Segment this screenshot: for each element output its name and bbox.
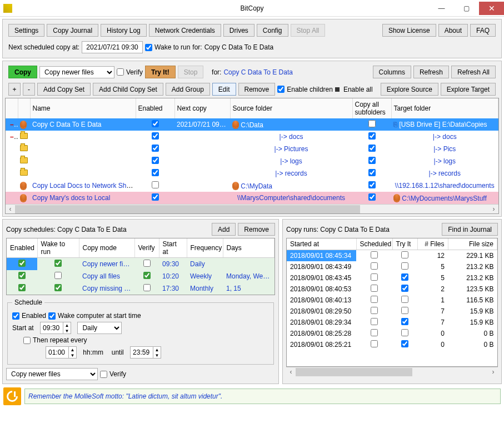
tree-row[interactable]: – Copy C Data To E Data 2021/07/21 09:30… [6,118,498,131]
enablechildren-label[interactable]: Enable children [277,86,333,93]
form-enabled[interactable]: Enabled [12,312,46,320]
explore-target-button[interactable]: Explore Target [441,83,496,96]
row-copyall[interactable] [368,181,376,188]
enableall-label[interactable]: Enable all [335,86,373,93]
sched-add-button[interactable]: Add [212,223,236,236]
stopall-button[interactable]: Stop All [291,24,326,37]
enablechildren-checkbox[interactable] [277,86,285,93]
scroll-right-icon[interactable]: › [489,205,498,213]
close-button[interactable]: ✕ [479,2,504,15]
tree-row[interactable]: |-> Pictures |-> Pics [6,143,498,155]
col-name[interactable]: Name [30,98,136,118]
addgroup-button[interactable]: Add Group [166,83,210,96]
edit-button[interactable]: Edit [212,83,236,96]
row-enabled[interactable] [152,169,159,176]
columns-button[interactable]: Columns [373,66,411,78]
explore-source-button[interactable]: Explore Source [381,83,438,96]
run-row[interactable]: 2018/09/01 08:25:21 0 0 B [287,339,497,350]
run-row[interactable]: 2018/09/01 08:29:50 7 15.9 KB [287,306,497,317]
run-row[interactable]: 2018/09/01 08:25:28 0 0 B [287,328,497,339]
journal-button[interactable]: Copy Journal [47,24,98,37]
wake-checkbox-label[interactable]: Wake to run [145,43,190,51]
tree-row[interactable]: – |-> docs |-> docs [6,131,498,143]
repeat-val[interactable]: ▲▼ [46,346,77,359]
row-copyall[interactable] [368,169,376,176]
run-row[interactable]: 2018/09/01 08:45:34 12 229.1 KB [287,250,497,262]
row-copyall[interactable] [368,145,376,152]
wake-checkbox[interactable] [145,44,152,51]
row-enabled[interactable] [152,181,159,188]
row-copyall[interactable] [368,193,376,201]
tryit-button[interactable]: Try It! [145,66,176,78]
row-enabled[interactable] [152,132,159,140]
find-journal-button[interactable]: Find in Journal [442,223,498,236]
refreshall-button[interactable]: Refresh All [451,66,496,78]
run-row[interactable]: 2018/09/01 08:43:45 5 213.2 KB [287,272,497,283]
tree-row[interactable]: Copy Mary's docs to Local \\MarysCompute… [6,192,498,204]
runs-grid[interactable]: Started at Scheduled Try It # Files File… [286,238,498,367]
runs-hscrollbar[interactable]: ‹ › [286,367,498,376]
row-copyall[interactable] [368,120,376,127]
collapse-button[interactable]: - [23,83,35,96]
form-mode-select[interactable]: Copy newer files [6,368,98,380]
row-enabled[interactable] [152,157,159,164]
refresh-button[interactable]: Refresh [413,66,449,78]
form-verify[interactable]: Verify [100,370,126,378]
scroll-right-icon[interactable]: › [488,368,498,376]
row-copyall[interactable] [368,157,376,164]
expand-button[interactable]: + [8,83,21,96]
row-enabled[interactable] [152,193,159,201]
repeat-check[interactable]: Then repeat every [23,336,87,344]
history-button[interactable]: History Log [101,24,147,37]
verify-label[interactable]: Verify [117,68,143,76]
sched-row[interactable]: Copy all files 10:20 Weekly Monday, Wedn… [7,270,275,282]
verify-checkbox[interactable] [117,68,124,76]
addset-button[interactable]: Add Copy Set [37,83,91,96]
run-row[interactable]: 2018/09/01 08:43:49 5 213.2 KB [287,261,497,272]
copy-set-grid[interactable]: Name Enabled Next copy Source folder Cop… [5,98,499,214]
stop-button[interactable]: Stop [178,66,204,78]
col-enabled[interactable]: Enabled [136,98,174,118]
scroll-left-icon[interactable]: ‹ [286,368,296,376]
addchild-button[interactable]: Add Child Copy Set [93,83,163,96]
config-button[interactable]: Config [257,24,288,37]
copy-button[interactable]: Copy [8,66,37,78]
run-row[interactable]: 2018/09/01 08:40:53 2 123.5 KB [287,283,497,295]
copy-mode-select[interactable]: Copy newer files [39,66,114,78]
sched-grid[interactable]: Enabled Wake to run Copy mode Verify Sta… [6,238,275,295]
until-val[interactable]: ▲▼ [130,346,161,359]
copy-target-link[interactable]: Copy C Data To E Data [223,68,293,76]
run-row[interactable]: 2018/09/01 08:29:34 7 15.9 KB [287,317,497,328]
drives-button[interactable]: Drives [223,24,255,37]
col-src[interactable]: Source folder [230,98,352,118]
tree-hscrollbar[interactable]: ‹ › [6,204,498,213]
tree-row[interactable]: Copy Local Docs to Network Share C:\MyDa… [6,180,498,192]
tree-row[interactable]: |-> logs |-> logs [6,155,498,167]
startat-spinner[interactable]: ▲▼ [40,322,71,334]
freq-select[interactable]: Daily [77,322,122,334]
col-copyall[interactable]: Copy allsubfolders [352,98,391,118]
row-copyall[interactable] [368,132,376,140]
minimize-button[interactable]: — [429,2,454,15]
tree-row[interactable]: |-> records |-> records [6,167,498,180]
col-tgt[interactable]: Target folder [391,98,498,118]
faq-button[interactable]: FAQ [470,24,496,37]
sched-remove-button[interactable]: Remove [238,223,275,236]
scroll-left-icon[interactable]: ‹ [6,205,15,213]
license-button[interactable]: Show License [382,24,436,37]
collapse-icon[interactable]: – [8,133,16,141]
col-nextcopy[interactable]: Next copy [174,98,230,118]
remove-button[interactable]: Remove [238,83,276,96]
maximize-button[interactable]: ▢ [454,2,479,15]
netcred-button[interactable]: Network Credentials [149,24,221,37]
about-button[interactable]: About [438,24,468,37]
sched-row[interactable]: Copy newer files 09:30 Daily [7,258,275,271]
settings-button[interactable]: Settings [8,24,44,37]
form-wake[interactable]: Wake computer at start time [48,312,141,320]
row-enabled[interactable] [152,145,159,152]
sched-row[interactable]: Copy missing files 17:30 Monthly 1, 15 [7,282,275,295]
power-icon[interactable] [3,387,21,405]
run-row[interactable]: 2018/09/01 08:40:13 1 116.5 KB [287,295,497,306]
collapse-icon[interactable]: – [8,121,16,128]
row-enabled[interactable] [152,120,159,127]
